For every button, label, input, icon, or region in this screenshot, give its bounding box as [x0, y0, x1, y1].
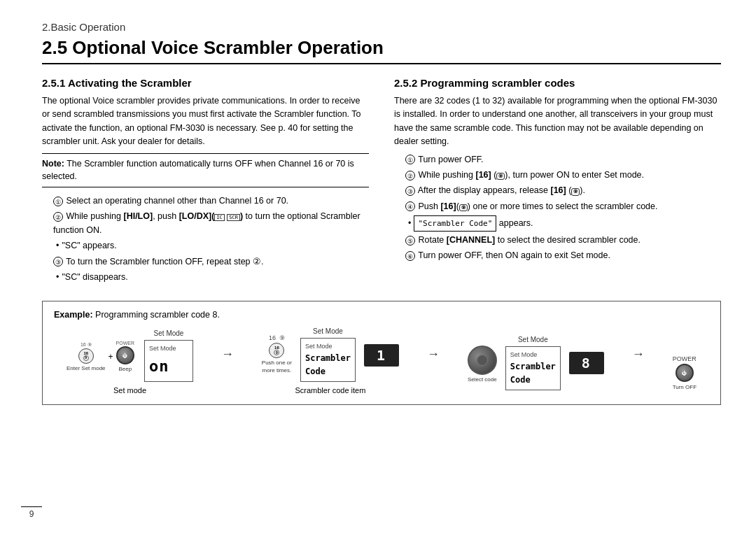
- section-left-body: The optional Voice scrambler provides pr…: [42, 94, 369, 149]
- step-num-2: ②: [53, 212, 63, 222]
- diag-step3-inner: Select code Set Mode Set Mode ScramblerC…: [468, 335, 604, 390]
- power-btn-step4: ⏻: [676, 364, 694, 382]
- r-step-num-4: ④: [405, 201, 415, 211]
- section-left: 2.5.1 Activating the Scrambler The optio…: [42, 77, 369, 288]
- r-step-num-5: ⑤: [405, 236, 415, 246]
- diag-step3: Select code Set Mode Set Mode ScramblerC…: [468, 335, 604, 395]
- left-steps-list: ① Select an operating channel other than…: [42, 194, 369, 284]
- arrow-3: →: [629, 347, 648, 362]
- left-step-1: ① Select an operating channel other than…: [42, 194, 369, 208]
- r-step-num-2: ②: [405, 171, 415, 180]
- rotary-inner: [477, 355, 488, 366]
- arrow-2: →: [424, 347, 442, 362]
- diag-step1-display: Set Mode Set Mode on: [144, 329, 193, 382]
- section-right: 2.5.2 Programming scrambler codes There …: [394, 77, 721, 288]
- breadcrumb: 2.Basic Operation: [42, 21, 721, 33]
- rotary-dial: [468, 346, 497, 375]
- section-left-title: 2.5.1 Activating the Scrambler: [42, 77, 369, 89]
- diag-step3-dial: Select code: [468, 343, 497, 383]
- diag-step4-inner: POWER ⏻ Turn OFF: [673, 355, 696, 390]
- step2-caption: Scrambler code item: [295, 386, 365, 395]
- note-text: The Scrambler function automatically tur…: [42, 159, 354, 182]
- page-title: 2.5 Optional Voice Scrambler Operation: [42, 37, 721, 64]
- diag-step2-num: 1: [364, 342, 399, 367]
- diag-step2-inner: 16 ⑨ 16 9 Push one ormore times. Set Mod…: [262, 327, 399, 382]
- diag-step4: POWER ⏻ Turn OFF: [673, 355, 696, 395]
- diag-step4-power: POWER ⏻ Turn OFF: [673, 355, 696, 390]
- step3-digit: 8: [569, 352, 604, 374]
- step1-mode-display: Set Mode on: [144, 340, 193, 382]
- note-box: Note: The Scrambler function automatical…: [42, 153, 369, 188]
- right-steps-list: ① Turn power OFF. ② While pushing [16] (…: [394, 153, 721, 263]
- step-num-1: ①: [53, 197, 63, 206]
- left-step-3-bullet: "SC" disappears.: [42, 271, 369, 284]
- section-right-body: There are 32 codes (1 to 32) available f…: [394, 94, 721, 149]
- right-step-4-bullet: "Scrambler Code" appears.: [394, 215, 721, 232]
- r-step-num-6: ⑥: [405, 251, 415, 261]
- step1-setmode-label: Set Mode: [154, 329, 184, 338]
- diag-step3-num: 8: [569, 352, 604, 374]
- r-step-num-3: ③: [405, 186, 415, 196]
- diag-step1: 16 ⑨ 16 9 Enter Set mode + POWER ⏻: [66, 329, 193, 395]
- right-step-5: ⑤ Rotate [CHANNEL] to select the desired…: [394, 234, 721, 247]
- right-step-3: ③ After the display appears, release [16…: [394, 184, 721, 197]
- arrow-1: →: [218, 347, 237, 362]
- diag-step2-display: Set Mode Set Mode ScramblerCode: [300, 327, 356, 382]
- btn-16-9: 16 9: [78, 348, 94, 364]
- diag-step2-button: 16 ⑨ 16 9 Push one ormore times.: [262, 334, 292, 374]
- step2-mode-display: Set Mode ScramblerCode: [300, 338, 356, 382]
- diagram-row: 16 ⑨ 16 9 Enter Set mode + POWER ⏻: [54, 327, 709, 395]
- right-step-1: ① Turn power OFF.: [394, 153, 721, 166]
- diag-step2: 16 ⑨ 16 9 Push one ormore times. Set Mod…: [262, 327, 399, 395]
- right-step-2: ② While pushing [16] (⑨), turn power ON …: [394, 169, 721, 182]
- left-step-3: ③ To turn the Scrambler function OFF, re…: [42, 255, 369, 269]
- r-step-num-1: ①: [405, 155, 415, 164]
- right-step-4: ④ Push [16](⑨) one or more times to sele…: [394, 200, 721, 213]
- diag-step1-buttons: 16 ⑨ 16 9 Enter Set mode + POWER ⏻: [66, 339, 134, 372]
- section-right-title: 2.5.2 Programming scrambler codes: [394, 77, 721, 89]
- step3-setmode-label: Set Mode: [518, 335, 548, 344]
- step-num-3: ③: [53, 257, 63, 266]
- step1-caption: Set mode: [113, 386, 146, 395]
- diag-step3-display: Set Mode Set Mode ScramblerCode: [505, 335, 561, 390]
- left-step-2-bullet: "SC" appears.: [42, 239, 369, 253]
- note-label: Note:: [42, 159, 64, 169]
- step2-setmode-label: Set Mode: [313, 327, 343, 336]
- example-label: Example: Programming scrambler code 8.: [54, 310, 709, 320]
- power-btn-step1: ⏻: [116, 346, 134, 364]
- right-step-6: ⑥ Turn power OFF, then ON again to exit …: [394, 249, 721, 262]
- plus-sign: +: [108, 352, 113, 362]
- step2-digit: 1: [364, 344, 399, 367]
- left-step-2: ② While pushing [HI/LO], push [LO/DX](IC…: [42, 210, 369, 237]
- btn-16-step2: 16 9: [269, 343, 284, 358]
- step3-mode-display: Set Mode ScramblerCode: [505, 346, 561, 390]
- page-number: 9: [21, 506, 42, 519]
- example-box: Example: Programming scrambler code 8. 1…: [42, 301, 721, 405]
- diag-step1-inner: 16 ⑨ 16 9 Enter Set mode + POWER ⏻: [66, 329, 193, 382]
- turn-off-label: Turn OFF: [673, 384, 696, 390]
